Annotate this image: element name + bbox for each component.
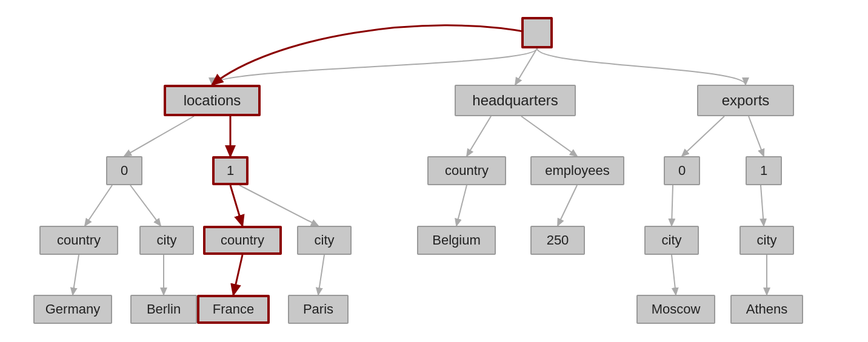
node-germany: Germany: [33, 295, 112, 324]
node-loc0-country: country: [39, 226, 118, 255]
node-hq-belgium: Belgium: [417, 226, 496, 255]
node-exp0-city: city: [644, 226, 699, 255]
node-exp0: 0: [664, 156, 700, 185]
tree-diagram: locations headquarters exports 0 1 count…: [0, 0, 868, 342]
node-hq-country: country: [427, 156, 506, 185]
node-exports: exports: [697, 85, 794, 116]
node-moscow: Moscow: [636, 295, 715, 324]
node-loc0: 0: [106, 156, 142, 185]
node-loc1-country: country: [203, 226, 282, 255]
node-hq-employees: employees: [530, 156, 624, 185]
node-exp1: 1: [746, 156, 782, 185]
node-athens: Athens: [730, 295, 803, 324]
node-paris: Paris: [288, 295, 349, 324]
node-exp1-city: city: [739, 226, 794, 255]
node-loc1-city: city: [297, 226, 352, 255]
node-berlin: Berlin: [130, 295, 197, 324]
node-france: France: [197, 295, 270, 324]
node-root: [521, 17, 553, 48]
node-loc1: 1: [212, 156, 249, 185]
node-hq-250: 250: [530, 226, 585, 255]
node-locations: locations: [164, 85, 261, 116]
node-headquarters: headquarters: [455, 85, 576, 116]
node-loc0-city: city: [139, 226, 194, 255]
